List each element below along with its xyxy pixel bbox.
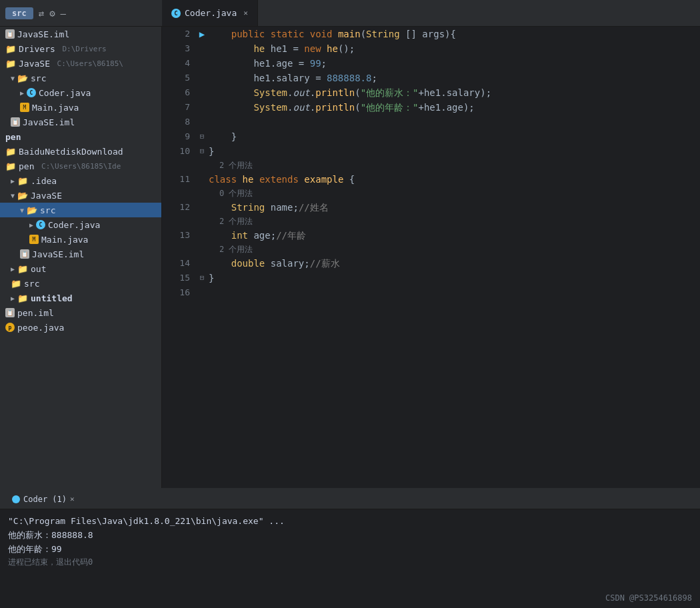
java-icon: C [27, 88, 36, 97]
run-tab[interactable]: Coder (1) ✕ [5, 493, 81, 505]
item-label: JavaSE.iml [17, 29, 69, 39]
minimize-icon[interactable]: — [61, 8, 66, 19]
arrow-icon: ▶ [11, 177, 15, 185]
tab-label: Coder.java [185, 8, 237, 18]
line-num-13: 13 [167, 228, 190, 243]
fold-icon-10[interactable]: ⊟ [195, 144, 209, 159]
arrow-icon: ▶ [11, 295, 15, 302]
pen-iml-item[interactable]: 📋 pen.iml [0, 305, 161, 320]
main-java-icon: M [20, 103, 29, 112]
hint-text: 2 个用法 [209, 158, 253, 173]
coder2-item[interactable]: ▶ C Coder.java [0, 217, 161, 232]
folder-icon: 📁 [17, 293, 28, 303]
top-bar-left: src ⇄ ⚙ — [0, 7, 162, 19]
src-label[interactable]: src [5, 7, 33, 19]
line-num-12: 12 [167, 200, 190, 215]
folder-icon: 📁 [11, 279, 21, 289]
item-label: Main.java [32, 103, 79, 113]
src-top-item[interactable]: ▼ 📂 src [0, 71, 161, 85]
line-num-3: 3 [167, 41, 190, 56]
console-content: "C:\Program Files\Java\jdk1.8.0_221\bin\… [0, 509, 700, 575]
peoe-item[interactable]: p peoe.java [0, 320, 161, 335]
arrow-icon: ▼ [11, 75, 15, 82]
javase-iml2-item[interactable]: 📋 JavaSE.iml [0, 115, 161, 129]
pen-folder-item[interactable]: 📁 pen C:\Users\86185\Ide [0, 159, 161, 173]
item-label: Main.java [41, 235, 88, 245]
javase-iml3-item[interactable]: 📋 JavaSE.iml [0, 247, 161, 261]
folder-open-icon: 📂 [17, 73, 28, 83]
bottom-wrapper: "C:\Program Files\Java\jdk1.8.0_221\bin\… [0, 509, 700, 608]
settings-icon[interactable]: ⚙ [49, 8, 55, 19]
code-line-11: class he extends example { [209, 172, 687, 187]
folder-icon: 📁 [5, 59, 16, 69]
hint-0usages: 0 个用法 [209, 187, 687, 200]
code-line-7: System.out.println("他的年龄："+he1.age); [209, 100, 687, 115]
main-content: 📋 JavaSE.iml 📁 Drivers D:\Drivers 📁 Java… [0, 27, 700, 488]
java-icon: C [36, 220, 45, 229]
bottom-tabs: Coder (1) ✕ [0, 489, 700, 509]
idea-item[interactable]: ▶ 📁 .idea [0, 173, 161, 188]
code-line-4: he1.age = 99; [209, 56, 687, 71]
folder-icon: 📁 [5, 161, 16, 171]
javase-top-item[interactable]: 📁 JavaSE C:\Users\86185\ [0, 56, 161, 71]
out-item[interactable]: ▶ 📁 out [0, 261, 161, 276]
iml-icon: 📋 [5, 308, 15, 317]
folder-open-icon: 📂 [17, 191, 28, 201]
tab-close-icon[interactable]: ✕ [243, 9, 248, 17]
untitled-item[interactable]: ▶ 📁 untitled [0, 291, 161, 305]
code-line-10: } [209, 144, 687, 159]
drivers-item[interactable]: 📁 Drivers D:\Drivers [0, 41, 161, 56]
line-num-8: 8 [167, 115, 190, 129]
watermark: CSDN @PS3254616898 [605, 593, 692, 603]
path-label: C:\Users\86185\Ide [37, 162, 121, 171]
item-label: JavaSE [19, 59, 50, 69]
item-label: src [40, 205, 55, 215]
item-label: JavaSE.iml [23, 117, 75, 127]
line-num-2: 2 [167, 27, 190, 41]
item-label: untitled [31, 293, 73, 303]
coder-tab[interactable]: C Coder.java ✕ [162, 0, 258, 26]
process-note: 进程已结束，退出代码0 [8, 556, 692, 569]
arrow-icon: ▶ [20, 89, 24, 97]
main-top-item[interactable]: M Main.java [0, 100, 161, 115]
baidunetdisk-item[interactable]: 📁 BaiduNetdiskDownload [0, 144, 161, 159]
item-label: Coder.java [39, 88, 91, 98]
run-tab-icon [12, 495, 20, 503]
item-label: pen.iml [17, 308, 54, 318]
code-line-3: he he1 = new he(); [209, 41, 687, 56]
code-line-5: he1.salary = 888888.8; [209, 71, 687, 85]
java-orange-icon: p [5, 323, 15, 332]
item-label: Drivers [19, 44, 55, 54]
line-numbers: 2 3 4 5 6 7 8 9 10 11 12 13 14 [162, 27, 195, 488]
code-editor[interactable]: 2 3 4 5 6 7 8 9 10 11 12 13 14 [162, 27, 700, 488]
main2-item[interactable]: M Main.java [0, 232, 161, 247]
item-label: src [24, 279, 39, 289]
javase2-item[interactable]: ▼ 📂 JavaSE [0, 188, 161, 203]
javase-iml-top[interactable]: 📋 JavaSE.iml [0, 27, 161, 41]
line-num-4: 4 [167, 56, 190, 71]
hint-text: 0 个用法 [209, 186, 253, 201]
line-num-11: 11 [167, 172, 190, 187]
item-label: JavaSE [31, 191, 62, 201]
fold-icon-9[interactable]: ⊟ [195, 129, 209, 144]
split-icon[interactable]: ⇄ [39, 8, 44, 19]
item-label: Coder.java [48, 220, 100, 230]
fold-icon-15[interactable]: ⊟ [195, 271, 209, 285]
code-line-9: } [209, 129, 687, 144]
folder-icon: 📁 [5, 147, 16, 157]
run-tab-close[interactable]: ✕ [70, 495, 75, 503]
line-num-5: 5 [167, 71, 190, 85]
src3-item[interactable]: 📁 src [0, 276, 161, 291]
console-output-2: 他的年龄：99 [8, 543, 692, 557]
gutter: ▶ ⊟ ⊟ ⊟ [195, 27, 209, 488]
hint-text: 2 个用法 [209, 242, 253, 257]
line-num-10: 10 [167, 144, 190, 159]
code-line-2: public static void main(String [] args){ [209, 27, 687, 41]
folder-icon: 📁 [5, 44, 16, 54]
arrow-icon: ▼ [20, 207, 24, 214]
src2-item[interactable]: ▼ 📂 src [0, 203, 161, 217]
iml-icon: 📋 [5, 29, 15, 39]
run-icon-line2[interactable]: ▶ [195, 27, 209, 41]
coder-top-item[interactable]: ▶ C Coder.java [0, 85, 161, 100]
item-label: .idea [31, 176, 57, 186]
